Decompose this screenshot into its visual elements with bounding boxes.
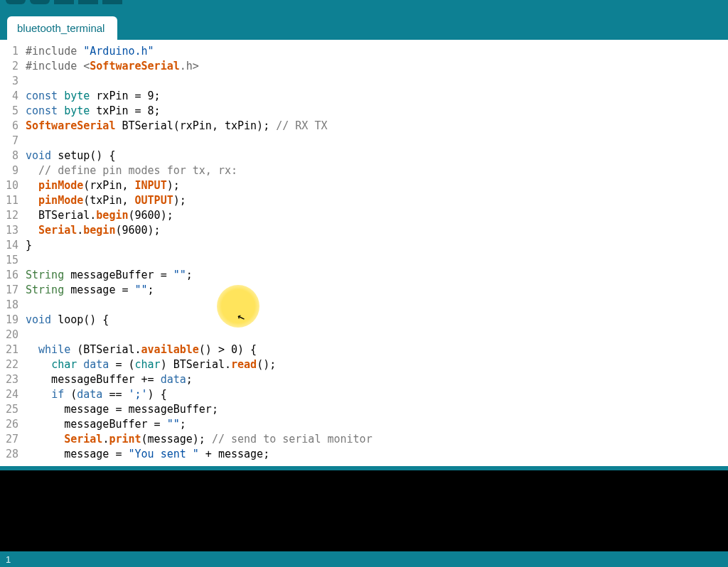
code-line[interactable]: 26 messageBuffer = ""; — [0, 417, 728, 432]
code-line[interactable]: 3 — [0, 74, 728, 89]
line-number: 14 — [0, 238, 23, 253]
line-source[interactable]: const byte rxPin = 9; — [23, 89, 161, 104]
code-line[interactable]: 13 Serial.begin(9600); — [0, 223, 728, 238]
code-editor[interactable]: ↖ 1#include "Arduino.h"2#include <Softwa… — [0, 40, 728, 466]
line-source[interactable] — [23, 134, 26, 148]
line-source[interactable]: message = messageBuffer; — [23, 402, 218, 417]
line-number: 20 — [0, 328, 23, 342]
line-source[interactable] — [23, 74, 26, 89]
status-line-number: 1 — [6, 554, 11, 565]
line-source[interactable]: message = "You sent " + message; — [23, 447, 269, 462]
code-line[interactable]: 16String messageBuffer = ""; — [0, 268, 728, 283]
line-source[interactable]: messageBuffer = ""; — [23, 417, 186, 432]
code-line[interactable]: 8void setup() { — [0, 148, 728, 163]
line-source[interactable]: Serial.begin(9600); — [23, 223, 161, 238]
line-source[interactable]: while (BTSerial.available() > 0) { — [23, 342, 257, 357]
verify-button[interactable] — [6, 0, 26, 4]
code-line[interactable]: 20 — [0, 328, 728, 342]
line-source[interactable]: String message = ""; — [23, 283, 154, 298]
code-line[interactable]: 17String message = ""; — [0, 283, 728, 298]
line-source[interactable]: const byte txPin = 8; — [23, 104, 161, 119]
line-source[interactable] — [23, 298, 26, 313]
line-source[interactable]: if (data == ';') { — [23, 387, 167, 402]
line-source[interactable]: // define pin modes for tx, rx: — [23, 163, 237, 178]
code-line[interactable]: 11 pinMode(txPin, OUTPUT); — [0, 193, 728, 208]
line-number: 28 — [0, 447, 23, 462]
line-source[interactable] — [23, 253, 26, 268]
new-button[interactable] — [54, 0, 74, 4]
code-line[interactable]: 5const byte txPin = 8; — [0, 104, 728, 119]
code-line[interactable]: 12 BTSerial.begin(9600); — [0, 208, 728, 223]
line-source[interactable]: pinMode(rxPin, INPUT); — [23, 178, 180, 193]
code-line[interactable]: 25 message = messageBuffer; — [0, 402, 728, 417]
line-number: 6 — [0, 119, 23, 134]
code-line[interactable]: 27 Serial.print(message); // send to ser… — [0, 432, 728, 447]
line-number: 23 — [0, 372, 23, 387]
line-number: 22 — [0, 357, 23, 372]
code-line[interactable]: 4const byte rxPin = 9; — [0, 89, 728, 104]
upload-button[interactable] — [30, 0, 50, 4]
line-source[interactable]: void loop() { — [23, 313, 109, 328]
tab-bluetooth-terminal[interactable]: bluetooth_terminal — [7, 16, 117, 40]
code-area[interactable]: 1#include "Arduino.h"2#include <Software… — [0, 40, 728, 466]
code-line[interactable]: 18 — [0, 298, 728, 313]
code-line[interactable]: 10 pinMode(rxPin, INPUT); — [0, 178, 728, 193]
code-line[interactable]: 22 char data = (char) BTSerial.read(); — [0, 357, 728, 372]
line-number: 11 — [0, 193, 23, 208]
line-number: 4 — [0, 89, 23, 104]
line-number: 9 — [0, 163, 23, 178]
line-source[interactable]: Serial.print(message); // send to serial… — [23, 432, 373, 447]
line-source[interactable]: #include <SoftwareSerial.h> — [23, 59, 199, 74]
code-line[interactable]: 21 while (BTSerial.available() > 0) { — [0, 342, 728, 357]
code-line[interactable]: 19void loop() { — [0, 313, 728, 328]
line-source[interactable]: BTSerial.begin(9600); — [23, 208, 173, 223]
line-number: 13 — [0, 223, 23, 238]
line-number: 27 — [0, 432, 23, 447]
line-source[interactable]: char data = (char) BTSerial.read(); — [23, 357, 276, 372]
line-number: 21 — [0, 342, 23, 357]
line-number: 5 — [0, 104, 23, 119]
line-number: 18 — [0, 298, 23, 313]
line-number: 19 — [0, 313, 23, 328]
line-source[interactable]: void setup() { — [23, 148, 115, 163]
code-line[interactable]: 9 // define pin modes for tx, rx: — [0, 163, 728, 178]
status-bar: 1 — [0, 551, 728, 567]
code-line[interactable]: 15 — [0, 253, 728, 268]
line-source[interactable]: pinMode(txPin, OUTPUT); — [23, 193, 186, 208]
line-number: 8 — [0, 148, 23, 163]
code-line[interactable]: 14} — [0, 238, 728, 253]
line-number: 1 — [0, 44, 23, 59]
toolbar — [0, 0, 728, 9]
tabstrip: bluetooth_terminal — [0, 9, 728, 40]
line-number: 26 — [0, 417, 23, 432]
line-number: 24 — [0, 387, 23, 402]
code-line[interactable]: 7 — [0, 134, 728, 148]
line-source[interactable]: #include "Arduino.h" — [23, 44, 154, 59]
line-source[interactable]: String messageBuffer = ""; — [23, 268, 193, 283]
save-button[interactable] — [102, 0, 122, 4]
code-line[interactable]: 2#include <SoftwareSerial.h> — [0, 59, 728, 74]
line-number: 12 — [0, 208, 23, 223]
line-number: 2 — [0, 59, 23, 74]
line-source[interactable]: SoftwareSerial BTSerial(rxPin, txPin); /… — [23, 119, 327, 134]
line-number: 16 — [0, 268, 23, 283]
line-number: 10 — [0, 178, 23, 193]
line-number: 25 — [0, 402, 23, 417]
code-line[interactable]: 28 message = "You sent " + message; — [0, 447, 728, 462]
line-number: 7 — [0, 134, 23, 148]
line-number: 3 — [0, 74, 23, 89]
tab-label: bluetooth_terminal — [17, 22, 105, 34]
line-number: 15 — [0, 253, 23, 268]
output-console[interactable] — [0, 466, 728, 551]
code-line[interactable]: 23 messageBuffer += data; — [0, 372, 728, 387]
code-line[interactable]: 1#include "Arduino.h" — [0, 44, 728, 59]
line-source[interactable]: messageBuffer += data; — [23, 372, 193, 387]
open-button[interactable] — [78, 0, 98, 4]
line-source[interactable] — [23, 328, 26, 342]
line-source[interactable]: } — [23, 238, 32, 253]
code-line[interactable]: 24 if (data == ';') { — [0, 387, 728, 402]
code-line[interactable]: 6SoftwareSerial BTSerial(rxPin, txPin); … — [0, 119, 728, 134]
line-number: 17 — [0, 283, 23, 298]
